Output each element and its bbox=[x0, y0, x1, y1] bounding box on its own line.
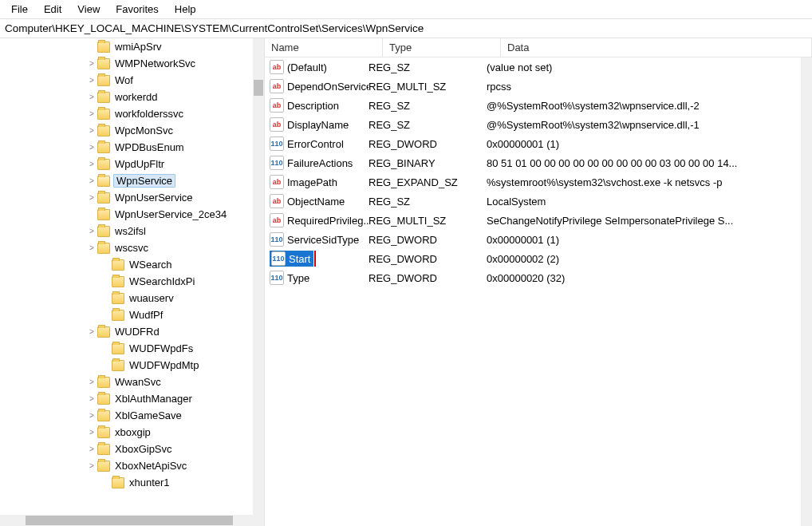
tree-item[interactable]: >WwanSvc bbox=[0, 374, 253, 390]
tree-item[interactable]: >wscsvc bbox=[0, 239, 253, 256]
value-row[interactable]: 110FailureActionsREG_BINARY80 51 01 00 0… bbox=[265, 153, 812, 172]
expand-chevron-icon[interactable]: > bbox=[86, 378, 97, 386]
values-list[interactable]: ab(Default)REG_SZ(value not set)abDepend… bbox=[265, 57, 812, 526]
menu-file[interactable]: File bbox=[3, 2, 36, 17]
tree-item[interactable]: >workfolderssvc bbox=[0, 105, 253, 122]
expand-chevron-icon[interactable]: > bbox=[86, 109, 97, 118]
value-row[interactable]: abDependOnServiceREG_MULTI_SZrpcss bbox=[265, 77, 812, 96]
tree-item[interactable]: wmiApSrv bbox=[0, 38, 253, 55]
expand-chevron-icon[interactable]: > bbox=[86, 93, 97, 101]
expand-chevron-icon[interactable]: > bbox=[86, 160, 97, 168]
tree-item[interactable]: >WpdUpFltr bbox=[0, 156, 253, 172]
tree-item-label: wuauserv bbox=[128, 292, 175, 304]
dword-value-icon: 110 bbox=[270, 232, 284, 247]
value-type: REG_EXPAND_SZ bbox=[369, 176, 487, 188]
tree-item[interactable]: >xboxgip bbox=[0, 424, 253, 441]
values-pane: Name Type Data ab(Default)REG_SZ(value n… bbox=[265, 38, 812, 526]
tree-item[interactable]: >WMPNetworkSvc bbox=[0, 55, 253, 72]
expand-chevron-icon[interactable]: > bbox=[86, 461, 97, 470]
tree-item[interactable]: >XblGameSave bbox=[0, 407, 253, 424]
tree-item[interactable]: >XboxGipSvc bbox=[0, 441, 253, 457]
expand-chevron-icon[interactable]: > bbox=[86, 126, 97, 135]
menu-bar: File Edit View Favorites Help bbox=[0, 0, 812, 19]
tree-item[interactable]: xhunter1 bbox=[0, 474, 253, 491]
tree-item-label: WUDFWpdFs bbox=[128, 342, 195, 354]
value-row[interactable]: abDisplayNameREG_SZ@%SystemRoot%\system3… bbox=[265, 115, 812, 134]
tree-item[interactable]: WpnUserService_2ce34 bbox=[0, 206, 253, 223]
menu-view[interactable]: View bbox=[69, 2, 108, 17]
expand-chevron-icon[interactable]: > bbox=[86, 227, 97, 235]
value-row[interactable]: abObjectNameREG_SZLocalSystem bbox=[265, 192, 812, 211]
folder-icon bbox=[112, 310, 124, 321]
tree-item-label: xhunter1 bbox=[128, 477, 171, 488]
value-row[interactable]: 110TypeREG_DWORD0x00000020 (32) bbox=[265, 268, 812, 287]
column-name[interactable]: Name bbox=[265, 38, 383, 57]
expand-chevron-icon[interactable]: > bbox=[86, 76, 97, 85]
tree-horizontal-scrollbar[interactable] bbox=[0, 515, 264, 526]
tree-item[interactable]: WudfPf bbox=[0, 307, 253, 323]
value-row[interactable]: abDescriptionREG_SZ@%SystemRoot%\system3… bbox=[265, 96, 812, 115]
tree-item[interactable]: >Wof bbox=[0, 72, 253, 89]
address-bar[interactable]: Computer\HKEY_LOCAL_MACHINE\SYSTEM\Curre… bbox=[0, 19, 812, 38]
tree-pane: wmiApSrv>WMPNetworkSvc>Wof>workerdd>work… bbox=[0, 38, 265, 526]
expand-chevron-icon[interactable]: > bbox=[86, 243, 97, 252]
value-row[interactable]: abRequiredPrivileg...REG_MULTI_SZSeChang… bbox=[265, 211, 812, 230]
expand-chevron-icon[interactable]: > bbox=[86, 411, 97, 420]
tree-item[interactable]: >WPDBusEnum bbox=[0, 139, 253, 156]
string-value-icon: ab bbox=[270, 194, 284, 208]
tree-item[interactable]: >WUDFRd bbox=[0, 323, 253, 340]
tree-vertical-scrollbar[interactable] bbox=[253, 38, 264, 515]
tree-item[interactable]: WSearchIdxPi bbox=[0, 273, 253, 290]
expand-chevron-icon[interactable]: > bbox=[86, 445, 97, 453]
tree-item-label: wmiApSrv bbox=[113, 41, 164, 53]
tree-item[interactable]: WSearch bbox=[0, 256, 253, 273]
string-value-icon: ab bbox=[270, 175, 284, 189]
menu-help[interactable]: Help bbox=[167, 2, 204, 17]
expand-chevron-icon[interactable]: > bbox=[86, 193, 97, 202]
tree-item[interactable]: >XboxNetApiSvc bbox=[0, 457, 253, 474]
expand-chevron-icon[interactable]: > bbox=[86, 59, 97, 68]
value-name: (Default) bbox=[287, 61, 327, 73]
tree-item[interactable]: >WpnUserService bbox=[0, 189, 253, 206]
tree-item[interactable]: >WpnService bbox=[0, 172, 253, 189]
tree-item[interactable]: >ws2ifsl bbox=[0, 223, 253, 239]
expand-chevron-icon[interactable]: > bbox=[86, 143, 97, 152]
tree-item-label: WpdUpFltr bbox=[113, 158, 166, 170]
folder-icon bbox=[97, 461, 110, 472]
value-row[interactable]: ab(Default)REG_SZ(value not set) bbox=[265, 57, 812, 77]
list-vertical-scrollbar[interactable] bbox=[801, 57, 812, 526]
tree-item[interactable]: wuauserv bbox=[0, 290, 253, 307]
value-type: REG_SZ bbox=[369, 61, 487, 73]
value-type: REG_DWORD bbox=[369, 272, 487, 284]
value-data: LocalSystem bbox=[487, 196, 812, 208]
tree-list[interactable]: wmiApSrv>WMPNetworkSvc>Wof>workerdd>work… bbox=[0, 38, 253, 515]
tree-item[interactable]: >workerdd bbox=[0, 89, 253, 105]
tree-item-label: WUDFRd bbox=[113, 326, 161, 338]
value-type: REG_MULTI_SZ bbox=[369, 81, 487, 93]
tree-item-label: xboxgip bbox=[113, 426, 152, 438]
tree-item[interactable]: >WpcMonSvc bbox=[0, 122, 253, 139]
value-row[interactable]: 110ErrorControlREG_DWORD0x00000001 (1) bbox=[265, 134, 812, 153]
folder-icon bbox=[112, 477, 124, 488]
tree-item-label: WpcMonSvc bbox=[113, 125, 175, 136]
expand-chevron-icon[interactable]: > bbox=[86, 428, 97, 437]
expand-chevron-icon[interactable]: > bbox=[86, 327, 97, 336]
main-split: wmiApSrv>WMPNetworkSvc>Wof>workerdd>work… bbox=[0, 38, 812, 526]
value-name: Start bbox=[289, 253, 310, 265]
tree-item[interactable]: WUDFWpdFs bbox=[0, 340, 253, 357]
column-data[interactable]: Data bbox=[501, 38, 812, 57]
tree-item-label: workerdd bbox=[113, 91, 159, 103]
string-value-icon: ab bbox=[270, 213, 284, 227]
menu-favorites[interactable]: Favorites bbox=[108, 2, 166, 17]
value-row[interactable]: 110ServiceSidTypeREG_DWORD0x00000001 (1) bbox=[265, 230, 812, 249]
expand-chevron-icon[interactable]: > bbox=[86, 176, 97, 185]
folder-icon bbox=[97, 42, 110, 53]
folder-icon bbox=[97, 92, 110, 103]
value-row[interactable]: abImagePathREG_EXPAND_SZ%systemroot%\sys… bbox=[265, 172, 812, 192]
value-row[interactable]: 110StartREG_DWORD0x00000002 (2) bbox=[265, 249, 812, 268]
tree-item[interactable]: WUDFWpdMtp bbox=[0, 357, 253, 374]
menu-edit[interactable]: Edit bbox=[36, 2, 69, 17]
column-type[interactable]: Type bbox=[383, 38, 501, 57]
tree-item[interactable]: >XblAuthManager bbox=[0, 390, 253, 407]
expand-chevron-icon[interactable]: > bbox=[86, 394, 97, 403]
